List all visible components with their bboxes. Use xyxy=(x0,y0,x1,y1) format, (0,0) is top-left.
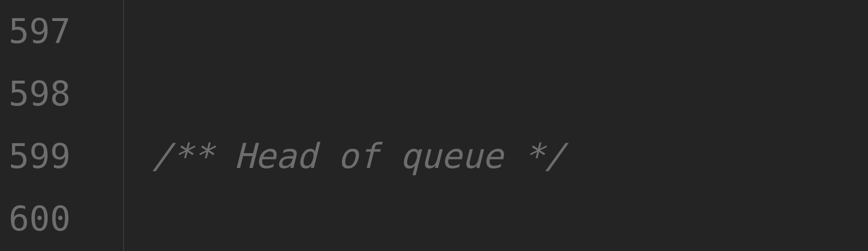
line-number: 597 xyxy=(9,0,123,63)
code-token: /** Head of queue */ xyxy=(152,136,565,176)
line-number: 600 xyxy=(9,188,123,250)
line-number-gutter: 597 598 599 600 xyxy=(0,0,124,251)
code-editor[interactable]: 597 598 599 600 /** Head of queue */ tra… xyxy=(0,0,868,251)
code-line[interactable]: /** Head of queue */ xyxy=(152,125,772,188)
code-area[interactable]: /** Head of queue */ transient volatile … xyxy=(124,0,772,251)
line-number: 598 xyxy=(9,63,123,125)
line-number: 599 xyxy=(9,125,123,188)
